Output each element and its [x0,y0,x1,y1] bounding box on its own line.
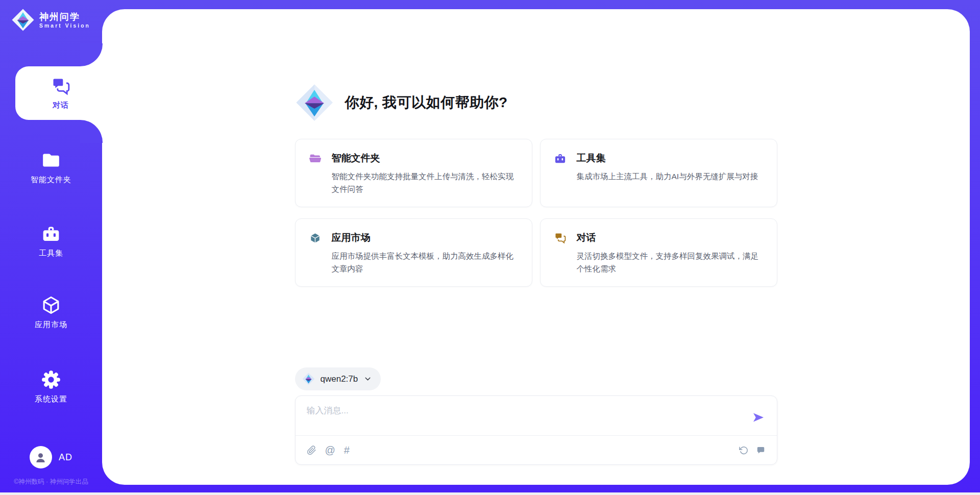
sidebar-item-settings[interactable]: 系统设置 [0,369,102,404]
brand-name: 神州问学 [39,11,90,23]
gear-icon [41,369,61,390]
main-panel: 你好, 我可以如何帮助你? 智能文件夹 智能文件夹功能支持批量文件上传与清洗，轻… [102,9,970,485]
brand-logo: 神州问学 Smart Vision [11,8,90,32]
sidebar-item-chat[interactable]: 对话 [15,66,106,120]
brand-subtitle: Smart Vision [39,22,90,29]
chevron-down-icon [363,375,372,383]
feature-card-toolset[interactable]: 工具集 集成市场上主流工具，助力AI与外界无缝扩展与对接 [540,139,777,207]
send-button[interactable] [752,411,765,424]
active-tab-notch-bottom [80,120,103,143]
feature-cards: 智能文件夹 智能文件夹功能支持批量文件上传与清洗，轻松实现文件问答 工具集 集成… [295,139,777,287]
at-icon: @ [325,444,335,456]
sidebar-footer: ©神州数码 · 神州问学出品 [0,478,102,486]
model-selector[interactable]: qwen2:7b [295,367,381,390]
new-chat-button[interactable] [756,445,766,455]
brand-diamond-icon [302,373,315,385]
composer: @ # [295,395,777,465]
card-title: 工具集 [577,152,758,165]
cube-grid-icon [309,232,322,244]
feature-card-chat[interactable]: 对话 灵活切换多模型文件，支持多样回复效果调试，满足个性化需求 [540,218,777,287]
greeting-title: 你好, 我可以如何帮助你? [345,93,508,112]
user-name: AD [59,452,72,463]
topic-button[interactable]: # [344,444,350,456]
avatar [30,446,52,468]
attach-file-button[interactable] [307,445,316,455]
bottom-edge-strip [0,492,980,495]
card-description: 智能文件夹功能支持批量文件上传与清洗，轻松实现文件问答 [332,170,519,195]
cube-icon [41,295,61,315]
mention-button[interactable]: @ [325,444,335,456]
greeting: 你好, 我可以如何帮助你? [295,83,777,122]
sidebar-item-app-market[interactable]: 应用市场 [0,295,102,330]
composer-toolbar: @ # [296,435,777,464]
chat-bubble-icon [756,445,766,455]
sidebar: 神州问学 Smart Vision 对话 智能文件夹 工具集 [0,0,102,495]
card-title: 应用市场 [332,231,519,244]
folder-icon [41,150,61,170]
paperclip-icon [307,445,316,455]
send-icon [752,411,765,424]
card-description: 灵活切换多模型文件，支持多样回复效果调试，满足个性化需求 [577,250,764,275]
sidebar-item-label: 系统设置 [35,394,67,404]
sidebar-item-label: 应用市场 [35,320,67,330]
user-account[interactable]: AD [0,446,102,468]
model-name: qwen2:7b [321,374,358,384]
sidebar-item-label: 智能文件夹 [31,175,71,185]
briefcase-icon [41,224,61,244]
sidebar-item-toolset[interactable]: 工具集 [0,224,102,258]
active-tab-notch-top [80,43,103,66]
briefcase-icon [554,152,567,165]
feature-card-smart-folder[interactable]: 智能文件夹 智能文件夹功能支持批量文件上传与清洗，轻松实现文件问答 [295,139,532,207]
history-icon [739,445,748,455]
chat-icon [554,232,567,244]
card-description: 应用市场提供丰富长文本模板，助力高效生成多样化文章内容 [332,250,519,275]
card-title: 对话 [577,231,764,244]
content-column: 你好, 我可以如何帮助你? 智能文件夹 智能文件夹功能支持批量文件上传与清洗，轻… [295,9,777,465]
card-description: 集成市场上主流工具，助力AI与外界无缝扩展与对接 [577,170,758,183]
brand-diamond-icon [11,8,35,32]
history-button[interactable] [739,445,748,455]
folder-open-icon [309,152,322,165]
brand-diamond-icon [295,83,334,122]
card-title: 智能文件夹 [332,152,519,165]
sidebar-item-label: 对话 [53,101,69,110]
feature-card-app-market[interactable]: 应用市场 应用市场提供丰富长文本模板，助力高效生成多样化文章内容 [295,218,532,287]
message-input[interactable] [307,405,720,430]
person-icon [34,451,47,464]
hash-icon: # [344,444,350,456]
sidebar-item-smart-folder[interactable]: 智能文件夹 [0,150,102,185]
chat-icon [51,76,71,96]
sidebar-item-label: 工具集 [39,249,63,258]
